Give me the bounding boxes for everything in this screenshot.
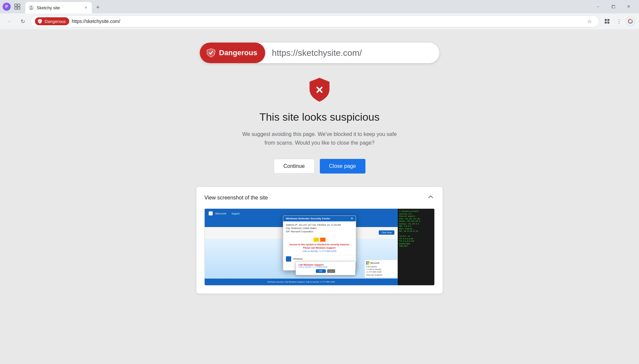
svg-rect-8 [605,19,607,21]
dangerous-url-bar: Dangerous https://sketchysite.com/ [200,43,439,63]
browser-window: P S [0,0,639,364]
warning-title: This site looks suspicious [259,111,379,123]
fake-click-now: Click Now [379,230,394,235]
dangerous-label: Dangerous [45,19,66,24]
fake-bottom-bar: Windows security | Call Windows Support … [205,279,398,285]
dangerous-url-label: Dangerous [219,49,257,57]
fake-ok-button: OK [316,269,326,273]
new-tab-button[interactable]: + [93,3,103,12]
svg-rect-11 [607,22,609,24]
svg-rect-10 [605,22,607,24]
profile-icon[interactable]: P [3,3,11,11]
tab-bar: P S [0,0,639,13]
svg-rect-9 [607,19,609,21]
fake-icon1 [314,238,319,242]
svg-rect-22 [368,263,370,265]
tab-title: Sketchy site [37,5,81,10]
page-content: Dangerous https://sketchysite.com/ This … [0,29,639,364]
screenshot-section-title: View screenshot of the site [204,195,268,201]
svg-rect-20 [368,261,370,263]
tab-group: Sketchy site × + [25,2,103,13]
warning-description: We suggest avoiding this page. We've blo… [236,130,403,147]
chevron-up-icon [427,193,435,202]
close-page-button[interactable]: Close page [320,159,365,174]
fake-support-text: Support [231,212,240,215]
nav-right-icons: ⋮ [602,16,635,27]
tab-favicon [29,5,34,10]
svg-point-7 [31,6,32,8]
fake-site-screenshot: Microsoft Support Click Now [205,209,434,285]
maximize-button[interactable]: ⧠ [606,2,621,11]
right-panel: C:\Windows\system32> ipconfig /all Ether… [398,209,434,285]
fake-cancel-button: -- [327,269,335,273]
svg-rect-2 [15,4,17,6]
warning-shield-icon [306,76,333,103]
address-url: https://sketchysite.com/ [72,19,581,24]
fake-ms-text: Microsoft [215,212,226,215]
tab-left-controls: P [3,1,23,13]
svg-rect-3 [18,4,20,6]
fake-ms-icon [209,211,213,215]
screenshot-preview: Microsoft Support Click Now [204,208,435,286]
shield-icon [37,18,43,24]
extensions-button[interactable] [602,16,612,27]
address-bar[interactable]: Dangerous https://sketchysite.com/ ☆ [31,15,599,27]
dangerous-url-text: https://sketchysite.com/ [265,48,439,58]
small-popup-buttons: OK -- [299,269,352,273]
screenshot-header[interactable]: View screenshot of the site [196,187,443,208]
screenshot-section: View screenshot of the site [196,187,443,294]
dangerous-url-badge: Dangerous [200,43,265,63]
fake-small-popup: Call Windows Support: Call us directly +… [296,261,355,275]
svg-point-6 [29,5,34,10]
svg-rect-5 [18,7,20,9]
refresh-button[interactable]: ↻ [17,16,28,27]
google-account-icon[interactable] [626,17,635,26]
fake-icon2 [320,238,325,242]
minimize-button[interactable]: − [590,2,606,11]
svg-text:P: P [5,4,8,9]
tab-view-button[interactable] [12,1,23,12]
svg-rect-21 [366,263,368,265]
badge-shield-icon [206,48,216,58]
ms-logo-area: Microsoft Call support: ⊙ Call us direct… [364,260,398,278]
bookmark-icon[interactable]: ☆ [584,16,595,27]
terminal-text: C:\Windows\system32> ipconfig /all Ether… [399,210,433,248]
nav-bar: ← ↻ Dangerous https://sketchysite.com/ ☆ [0,13,639,29]
action-buttons: Continue Close page [274,159,365,174]
svg-rect-4 [15,7,17,9]
screenshot-image: Microsoft Support Click Now [205,209,434,285]
fake-windows-logo [286,256,291,262]
dangerous-badge: Dangerous [35,17,69,25]
continue-button[interactable]: Continue [274,159,315,174]
fake-popup-header: Windows Defender Security Center ✕ [283,216,356,221]
back-button[interactable]: ← [4,16,15,27]
menu-button[interactable]: ⋮ [614,16,624,27]
close-window-button[interactable]: × [621,2,636,11]
svg-rect-19 [366,261,368,263]
svg-point-13 [629,20,632,23]
active-tab[interactable]: Sketchy site × [25,2,92,13]
tab-close-button[interactable]: × [83,5,89,10]
ms-logo-row: Microsoft [366,261,396,265]
fake-popup-body: Address IP: 131.107.147.191 7/9/2024, 10… [283,221,356,255]
window-controls: − ⧠ × [590,2,636,13]
